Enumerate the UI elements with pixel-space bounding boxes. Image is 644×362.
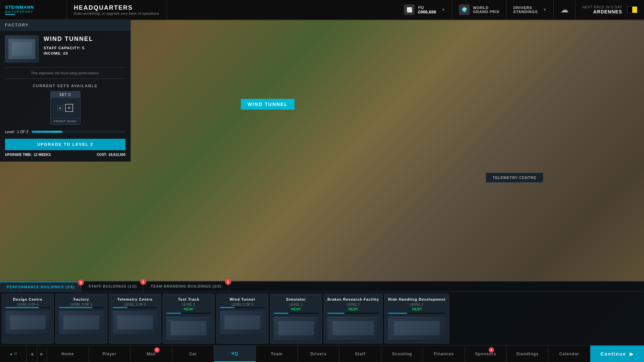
building-card-image-4	[220, 311, 265, 334]
bottom-nav: ▲ /// ◀ ▶ HomePlayer5MailCarHQTeamDriver…	[0, 345, 644, 362]
nav-item-car[interactable]: Car	[172, 346, 214, 362]
building-card-image-1	[59, 311, 104, 334]
building-card-bar-fill-4	[220, 307, 235, 308]
nav-item-drivers[interactable]: Drivers	[298, 346, 340, 362]
continue-button[interactable]: Continue ▶	[590, 346, 644, 362]
level-value: 1 OF 3	[17, 130, 28, 134]
building-card-3[interactable]: Test Track LEVEL 1 NEW!	[163, 294, 215, 344]
hq-section: HEADQUARTERS build something, or upgrade…	[67, 0, 167, 19]
weather-section: ☁	[554, 0, 576, 19]
nav-prev-button[interactable]: ◀	[27, 346, 37, 362]
building-card-image-inner-6	[332, 321, 374, 335]
staff-capacity-value: 5	[82, 46, 85, 50]
set-play-button[interactable]: ▶	[57, 105, 63, 111]
upgrade-cost-label: COST:	[97, 153, 107, 157]
world-icon: 🌍	[459, 4, 470, 15]
building-card-1[interactable]: Factory LEVEL 3 OF 4	[55, 294, 107, 344]
building-card-name-7: Ride Handling Development	[388, 297, 445, 301]
header-nav: 📈 HQ £666,666 ▼ 🌍 WORLD GRAND PRIX DRIVE…	[397, 0, 644, 19]
tab-staff-label: STAFF BUILDINGS (1/2)	[88, 284, 137, 288]
drivers-standings-item[interactable]: DRIVERS STANDINGS ▼	[506, 0, 554, 19]
set-card-header: SET C	[51, 92, 80, 98]
nav-item-hq[interactable]: HQ	[214, 346, 256, 362]
header: STEINMANN MOTORSPORT HEADQUARTERS build …	[0, 0, 644, 20]
building-card-level-2: LEVEL 1 OF 3	[113, 303, 157, 306]
building-card-5[interactable]: Simulator LEVEL 1 NEW!	[270, 294, 322, 344]
current-sets-title: CURRENT SETS AVAILABLE	[5, 84, 125, 88]
grand-prix-label: GRAND PRIX	[473, 10, 499, 14]
set-card-body: ▶ +	[51, 98, 80, 118]
race-flag	[627, 6, 637, 13]
nav-next-button[interactable]: ▶	[37, 346, 47, 362]
set-plus-button[interactable]: +	[65, 104, 73, 112]
nav-item-home[interactable]: Home	[47, 346, 89, 362]
building-card-level-6: LEVEL 1	[327, 303, 379, 306]
world-grand-prix-item[interactable]: 🌍 WORLD GRAND PRIX	[452, 0, 506, 19]
tab-branding-badge: 1	[225, 279, 231, 285]
building-card-0[interactable]: Design Centre LEVEL 3 OF 4	[2, 294, 54, 344]
logo-sub: MOTORSPORT	[5, 10, 34, 13]
building-header: WIND TUNNEL STAFF CAPACITY: 5 INCOME: £0	[5, 36, 125, 62]
nav-item-sponsors[interactable]: 4Sponsors	[465, 346, 507, 362]
building-card-bar-6	[327, 313, 379, 314]
upgrade-time-label: UPGRADE TIME:	[5, 153, 32, 157]
building-card-bar-fill-3	[166, 313, 181, 314]
hq-nav-item[interactable]: 📈 HQ £666,666 ▼	[397, 0, 452, 19]
building-card-image-0	[5, 311, 50, 334]
building-card-bar-fill-0	[5, 307, 39, 308]
upgrade-button[interactable]: UPGRADE TO LEVEL 2	[5, 139, 125, 150]
nav-logo: ▲ ///	[0, 346, 27, 362]
building-card-4[interactable]: Wind Tunnel LEVEL 1 OF 3	[216, 294, 268, 344]
building-card-name-5: Simulator	[274, 297, 318, 301]
tab-branding-buildings[interactable]: TEAM BRANDING BUILDINGS (2/5) 1	[144, 282, 229, 292]
building-card-bar-fill-7	[388, 313, 407, 314]
telemetry-centre-map-label[interactable]: TELEMETRY CENTRE	[486, 173, 543, 183]
upgrade-details: UPGRADE TIME: 12 WEEKS COST: £6,612,500	[5, 153, 125, 157]
nav-label-5: Team	[271, 352, 282, 356]
nav-label-1: Player	[102, 352, 116, 356]
wind-tunnel-map-label[interactable]: WIND TUNNEL	[241, 99, 294, 110]
income-label: INCOME:	[44, 51, 62, 55]
nav-badge-mail: 5	[154, 347, 160, 353]
building-card-7[interactable]: Ride Handling Development LEVEL 1 NEW!	[384, 294, 449, 344]
nav-label-2: Mail	[147, 352, 156, 356]
nav-item-mail[interactable]: 5Mail	[130, 346, 172, 362]
nav-item-calendar[interactable]: Calendar	[548, 346, 590, 362]
building-card-2[interactable]: Telemetry Centre LEVEL 1 OF 3	[109, 294, 161, 344]
nav-item-staff[interactable]: Staff	[339, 346, 381, 362]
building-card-image-inner-5	[278, 321, 314, 335]
panel-content: WIND TUNNEL STAFF CAPACITY: 5 INCOME: £0…	[0, 31, 130, 162]
nav-item-standings[interactable]: Standings	[507, 346, 549, 362]
tab-performance-buildings[interactable]: PERFORMANCE BUILDINGS (2/6) 4	[0, 282, 82, 292]
logo-text: STEINMANN	[5, 5, 34, 10]
building-card-bar-3	[166, 313, 211, 314]
tab-staff-buildings[interactable]: STAFF BUILDINGS (1/2) 1	[82, 282, 144, 292]
panel-tab: FACTORY	[0, 20, 130, 31]
upgrade-time-value: 12 WEEKS	[34, 153, 51, 157]
nav-item-team[interactable]: Team	[256, 346, 298, 362]
nav-item-finances[interactable]: Finances	[423, 346, 465, 362]
building-description: This improves the front wing performance…	[5, 67, 125, 79]
hq-label: HQ	[418, 5, 436, 9]
building-card-image-inner-1	[63, 315, 99, 329]
buildings-tabs: PERFORMANCE BUILDINGS (2/6) 4 STAFF BUIL…	[0, 282, 644, 292]
hq-icon: 📈	[404, 4, 415, 15]
building-card-image-6	[327, 316, 379, 340]
upgrade-time: UPGRADE TIME: 12 WEEKS	[5, 153, 51, 157]
building-card-level-5: LEVEL 1	[274, 303, 318, 306]
nav-label-12: Calendar	[559, 352, 579, 356]
set-card[interactable]: SET C ▶ + FRONT WING	[50, 91, 80, 125]
building-card-bar-4	[220, 307, 265, 308]
nav-item-player[interactable]: Player	[89, 346, 131, 362]
tab-performance-label: PERFORMANCE BUILDINGS (2/6)	[7, 285, 74, 289]
next-race-name: ARDENNES	[582, 9, 622, 14]
building-card-name-4: Wind Tunnel	[220, 297, 265, 301]
continue-label: Continue	[600, 351, 626, 357]
nav-item-scouting[interactable]: Scouting	[381, 346, 423, 362]
building-card-6[interactable]: Brakes Research Facility LEVEL 1 NEW!	[324, 294, 383, 344]
page-title: HEADQUARTERS	[74, 4, 160, 11]
building-card-name-6: Brakes Research Facility	[327, 297, 379, 301]
building-card-image-inner-3	[171, 321, 206, 335]
hq-value: £666,666	[418, 9, 436, 14]
nav-label-10: Sponsors	[475, 352, 496, 356]
